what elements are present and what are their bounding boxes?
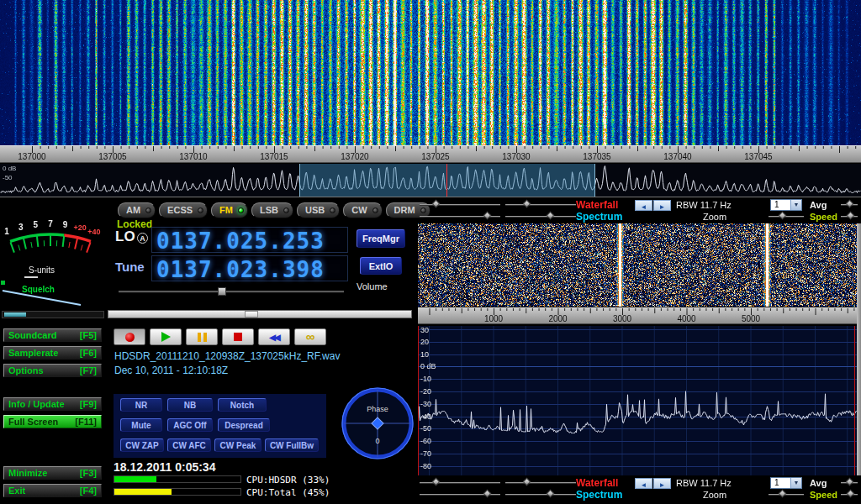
freqmgr-button[interactable]: FreqMgr xyxy=(357,229,405,248)
zoom-out-button[interactable]: ◄ xyxy=(635,478,652,489)
lo-frequency-display[interactable]: 0137.025.253 xyxy=(151,227,348,253)
sidebar-button-label: Minimize xyxy=(8,468,47,478)
agc-button[interactable]: AGC Off xyxy=(167,418,213,432)
slider-thumb[interactable] xyxy=(846,200,854,208)
slider-thumb[interactable] xyxy=(547,212,555,220)
spectrum-brightness-slider[interactable] xyxy=(420,212,500,222)
slider-thumb[interactable] xyxy=(847,490,855,498)
volume-slider-thumb[interactable] xyxy=(218,287,226,296)
right-scrollbar[interactable] xyxy=(857,223,861,475)
mode-button-lsb[interactable]: LSB xyxy=(251,202,293,218)
record-button[interactable] xyxy=(114,328,145,345)
cw-afc-button[interactable]: CW AFC xyxy=(167,438,211,452)
tuning-position-slider[interactable] xyxy=(108,310,412,318)
phase-control[interactable]: Phase 0 xyxy=(341,386,415,460)
nb-button[interactable]: NB xyxy=(167,398,213,412)
squelch-slider[interactable] xyxy=(2,311,104,318)
speed-slider[interactable] xyxy=(769,490,804,500)
lo-lock-badge[interactable]: A xyxy=(137,233,148,244)
cw-peak-button[interactable]: CW Peak xyxy=(214,438,261,452)
slider-thumb[interactable] xyxy=(778,490,786,498)
stop-button[interactable] xyxy=(222,328,254,345)
slider-thumb[interactable] xyxy=(547,490,555,498)
spectrum-contrast-slider[interactable] xyxy=(505,490,576,500)
dropdown-arrow-icon[interactable]: ▼ xyxy=(790,478,801,488)
notch-button[interactable]: Notch xyxy=(218,398,267,412)
spectrum-label[interactable]: Spectrum xyxy=(576,211,622,223)
waterfall-brightness-slider[interactable] xyxy=(420,200,500,210)
mode-led xyxy=(238,207,244,213)
squelch-slider-thumb[interactable] xyxy=(4,312,26,317)
avg-combobox[interactable]: 1 ▼ xyxy=(770,477,802,489)
extio-button[interactable]: ExtIO xyxy=(360,257,402,275)
zoom-out-button[interactable]: ◄ xyxy=(635,200,652,211)
mode-button-cw[interactable]: CW xyxy=(343,202,382,218)
zoom-right-icon: ► xyxy=(659,203,666,211)
mode-button-label: ECSS xyxy=(167,205,193,215)
volume-slider[interactable] xyxy=(119,287,344,296)
main-frequency-scale[interactable]: 1370001370051370101370151370201370251370… xyxy=(0,145,861,163)
speed-fine-slider[interactable] xyxy=(841,490,858,500)
spectrum-label[interactable]: Spectrum xyxy=(576,489,622,501)
waterfall-label[interactable]: Waterfall xyxy=(576,477,618,489)
right-frequency-scale[interactable]: 10002000300040005000 xyxy=(418,307,857,324)
tune-frequency-display[interactable]: 0137.023.398 xyxy=(151,255,348,281)
avg-slider[interactable] xyxy=(841,200,858,210)
mode-button-am[interactable]: AM xyxy=(118,202,156,218)
tuning-position-slider-thumb[interactable] xyxy=(245,311,258,318)
spectrum-contrast-slider[interactable] xyxy=(505,212,576,222)
mode-button-label: FM xyxy=(219,205,233,215)
slider-thumb[interactable] xyxy=(846,478,854,486)
right-spectrum[interactable]: 3020100 dB-10-20-30-40-50-60-70-80 xyxy=(418,326,857,475)
avg-combobox-value: 1 xyxy=(774,478,779,488)
play-button[interactable] xyxy=(150,328,182,345)
slider-thumb[interactable] xyxy=(483,490,491,498)
nr-button[interactable]: NR xyxy=(120,398,162,412)
sidebar-button-soundcard[interactable]: Soundcard[F5] xyxy=(3,328,102,342)
despread-button[interactable]: Despread xyxy=(218,418,270,432)
right-waterfall[interactable] xyxy=(418,223,857,307)
slider-thumb[interactable] xyxy=(778,212,786,220)
main-spectrum[interactable]: 0 dB -50 xyxy=(0,164,861,197)
slider-thumb[interactable] xyxy=(522,478,531,486)
dropdown-arrow-icon[interactable]: ▼ xyxy=(790,200,801,210)
sidebar-button-samplerate[interactable]: Samplerate[F6] xyxy=(3,346,102,360)
cpu-total-text: CPU:Total (45%) xyxy=(246,487,330,498)
waterfall-brightness-slider[interactable] xyxy=(420,478,500,488)
loop-button[interactable]: ∞ xyxy=(294,328,326,345)
zoom-in-button[interactable]: ► xyxy=(653,200,671,211)
slider-thumb[interactable] xyxy=(432,200,441,208)
waterfall-label[interactable]: Waterfall xyxy=(576,199,618,211)
sidebar-button-exit[interactable]: Exit[F4] xyxy=(3,484,102,497)
avg-combobox[interactable]: 1 ▼ xyxy=(770,199,802,211)
mode-led xyxy=(372,207,378,213)
mode-button-ecss[interactable]: ECSS xyxy=(159,202,208,218)
speed-slider[interactable] xyxy=(769,212,804,222)
waterfall-contrast-slider[interactable] xyxy=(505,478,576,488)
passband-selection[interactable] xyxy=(299,164,595,197)
avg-slider[interactable] xyxy=(841,478,858,488)
spectrum-brightness-slider[interactable] xyxy=(420,490,500,500)
mode-button-usb[interactable]: USB xyxy=(297,202,340,218)
main-waterfall[interactable] xyxy=(0,0,861,145)
slider-thumb[interactable] xyxy=(483,212,491,220)
cw-zap-button[interactable]: CW ZAP xyxy=(120,438,164,452)
sidebar-button-fullscreen[interactable]: Full Screen[F11] xyxy=(3,415,102,428)
speed-fine-slider[interactable] xyxy=(841,212,858,222)
sidebar-button-options[interactable]: Options[F7] xyxy=(3,364,102,377)
waterfall-contrast-slider[interactable] xyxy=(505,200,576,210)
sidebar-button-info-update[interactable]: Info / Update[F9] xyxy=(3,397,102,411)
slider-thumb[interactable] xyxy=(432,478,441,486)
mute-button[interactable]: Mute xyxy=(120,418,162,432)
slider-thumb[interactable] xyxy=(847,212,855,220)
freq-tick-label: 1000 xyxy=(484,314,503,323)
pause-button[interactable] xyxy=(186,328,218,345)
sidebar-button-minimize[interactable]: Minimize[F3] xyxy=(3,466,102,480)
slider-thumb[interactable] xyxy=(522,200,531,208)
right-spectrum-canvas xyxy=(418,326,857,475)
cw-fullbw-button[interactable]: CW FullBw xyxy=(265,438,319,452)
tune-label: Tune xyxy=(115,260,145,274)
mode-button-fm[interactable]: FM xyxy=(211,202,248,218)
zoom-in-button[interactable]: ► xyxy=(653,478,671,489)
rewind-button[interactable]: ◀◀ xyxy=(258,328,290,345)
